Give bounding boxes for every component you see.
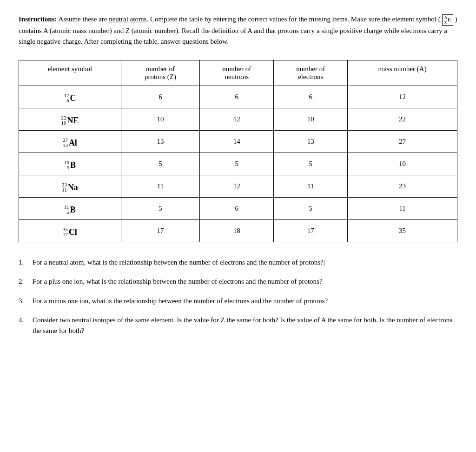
protons-cell: 13 xyxy=(121,131,200,153)
question-3: 3. For a minus one ion, what is the rela… xyxy=(19,296,457,306)
neutrons-cell: 6 xyxy=(200,86,274,108)
element-symbol-cell: 35 17 Cl xyxy=(19,220,121,242)
question-4: 4. Consider two neutral isotopes of the … xyxy=(19,315,457,337)
question-text-2: For a plus one ion, what is the relation… xyxy=(33,276,457,287)
protons-cell: 5 xyxy=(121,153,200,175)
question-text-1: For a neutral atom, what is the relation… xyxy=(33,257,457,268)
neutrons-cell: 18 xyxy=(200,220,274,242)
protons-cell: 6 xyxy=(121,86,200,108)
question-2: 2. For a plus one ion, what is the relat… xyxy=(19,276,457,287)
mass-cell: 10 xyxy=(348,153,457,175)
protons-cell: 5 xyxy=(121,198,200,220)
question-num-3: 3. xyxy=(19,296,33,306)
instructions-text: Instructions: Assume these are neutral a… xyxy=(19,15,457,45)
protons-cell: 10 xyxy=(121,108,200,131)
mass-cell: 23 xyxy=(348,175,457,198)
electrons-cell: 13 xyxy=(274,131,348,153)
neutrons-cell: 6 xyxy=(200,198,274,220)
col-header-mass: mass number (A) xyxy=(348,60,457,86)
elements-table: element symbol number ofprotons (Z) numb… xyxy=(19,60,457,242)
text-cursor xyxy=(324,259,325,266)
table-row: 12 6 C 6 6 6 12 xyxy=(19,86,457,108)
table-row: 27 13 Al 13 14 13 27 xyxy=(19,131,457,153)
table-row: 35 17 Cl 17 18 17 35 xyxy=(19,220,457,242)
table-row: 11 5 B 5 6 5 11 xyxy=(19,198,457,220)
mass-cell: 22 xyxy=(348,108,457,131)
electrons-cell: 5 xyxy=(274,153,348,175)
neutrons-cell: 5 xyxy=(200,153,274,175)
question-num-4: 4. xyxy=(19,315,33,337)
question-text-4: Consider two neutral isotopes of the sam… xyxy=(33,315,457,337)
element-symbol-cell: 10 5 B xyxy=(19,153,121,175)
question-num-1: 1. xyxy=(19,257,33,268)
question-num-2: 2. xyxy=(19,276,33,287)
col-header-symbol: element symbol xyxy=(19,60,121,86)
element-symbol-cell: 11 5 B xyxy=(19,198,121,220)
protons-cell: 17 xyxy=(121,220,200,242)
element-symbol-cell: 27 13 Al xyxy=(19,131,121,153)
protons-cell: 11 xyxy=(121,175,200,198)
neutrons-cell: 14 xyxy=(200,131,274,153)
col-header-protons: number ofprotons (Z) xyxy=(121,60,200,86)
questions-section: 1. For a neutral atom, what is the relat… xyxy=(19,257,457,336)
electrons-cell: 5 xyxy=(274,198,348,220)
electrons-cell: 10 xyxy=(274,108,348,131)
element-notation-example: AZE xyxy=(442,14,453,26)
table-row: 23 11 Na 11 12 11 23 xyxy=(19,175,457,198)
electrons-cell: 11 xyxy=(274,175,348,198)
neutrons-cell: 12 xyxy=(200,175,274,198)
element-symbol-cell: 23 11 Na xyxy=(19,175,121,198)
electrons-cell: 6 xyxy=(274,86,348,108)
question-text-3: For a minus one ion, what is the relatio… xyxy=(33,296,457,306)
col-header-electrons: number ofelectrons xyxy=(274,60,348,86)
question-1: 1. For a neutral atom, what is the relat… xyxy=(19,257,457,268)
element-symbol-cell: 12 6 C xyxy=(19,86,121,108)
instructions-block: Instructions: Assume these are neutral a… xyxy=(19,14,457,47)
neutrons-cell: 12 xyxy=(200,108,274,131)
col-header-neutrons: number ofneutrons xyxy=(200,60,274,86)
electrons-cell: 17 xyxy=(274,220,348,242)
mass-cell: 35 xyxy=(348,220,457,242)
mass-cell: 27 xyxy=(348,131,457,153)
table-row: 22 10 NE 10 12 10 22 xyxy=(19,108,457,131)
mass-cell: 11 xyxy=(348,198,457,220)
table-row: 10 5 B 5 5 5 10 xyxy=(19,153,457,175)
element-symbol-cell: 22 10 NE xyxy=(19,108,121,131)
mass-cell: 12 xyxy=(348,86,457,108)
